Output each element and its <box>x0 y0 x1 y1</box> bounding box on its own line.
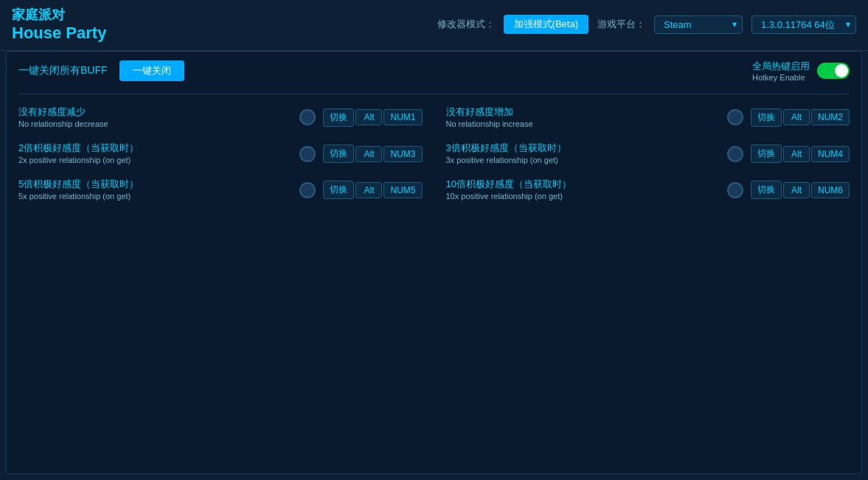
cheat-name-en-6: 10x positive relationship (on get) <box>446 191 720 201</box>
cheat-hotkey-1: 切换 Alt NUM1 <box>323 108 422 127</box>
key-switch-4[interactable]: 切换 <box>751 145 782 163</box>
version-select-wrapper: 1.3.0.11764 64位 <box>751 15 856 34</box>
cheat-info-6: 10倍积极好感度（当获取时） 10x positive relationship… <box>446 178 720 201</box>
cheat-info-4: 3倍积极好感度（当获取时） 3x positive relationship (… <box>446 142 720 165</box>
header-top: 家庭派对 House Party 修改器模式： 加强模式(Beta) 游戏平台：… <box>12 6 856 43</box>
hotkey-toggle[interactable] <box>817 63 850 79</box>
cheats-grid: 没有好感度减少 No relationship decrease 切换 Alt … <box>18 106 850 202</box>
cheat-toggle-2[interactable] <box>727 109 743 125</box>
platform-select[interactable]: Steam Epic <box>654 15 743 34</box>
key-num-3: NUM3 <box>383 146 422 162</box>
content-panel: 一键关闭所有BUFF 一键关闭 全局热键启用 Hotkey Enable 没有好… <box>6 51 862 474</box>
hotkey-label: 全局热键启用 <box>752 60 810 73</box>
platform-label: 游戏平台： <box>597 18 645 31</box>
cheat-toggle-6[interactable] <box>727 182 743 198</box>
header-controls: 修改器模式： 加强模式(Beta) 游戏平台： Steam Epic 1.3.0… <box>437 15 856 34</box>
close-all-button[interactable]: 一键关闭 <box>119 60 184 81</box>
cheat-hotkey-5: 切换 Alt NUM5 <box>323 181 422 199</box>
buff-label: 一键关闭所有BUFF <box>18 64 108 77</box>
cheat-item-2: 没有好感度增加 No relationship increase 切换 Alt … <box>446 106 850 129</box>
key-alt-5: Alt <box>355 182 382 198</box>
cheat-item-5: 5倍积极好感度（当获取时） 5x positive relationship (… <box>18 178 423 201</box>
cheat-hotkey-6: 切换 Alt NUM6 <box>751 181 850 199</box>
key-num-4: NUM4 <box>811 146 850 162</box>
cheat-item-1: 没有好感度减少 No relationship decrease 切换 Alt … <box>18 106 423 129</box>
title-block: 家庭派对 House Party <box>12 6 106 43</box>
cheat-hotkey-2: 切换 Alt NUM2 <box>751 108 850 127</box>
cheat-toggle-1[interactable] <box>299 109 316 125</box>
cheat-item-3: 2倍积极好感度（当获取时） 2x positive relationship (… <box>18 142 423 165</box>
hotkey-section: 全局热键启用 Hotkey Enable <box>752 60 850 82</box>
key-num-6: NUM6 <box>811 182 850 198</box>
key-alt-4: Alt <box>783 146 810 162</box>
mode-button[interactable]: 加强模式(Beta) <box>504 15 588 34</box>
cheat-hotkey-3: 切换 Alt NUM3 <box>323 145 422 163</box>
cheat-toggle-4[interactable] <box>727 146 743 162</box>
cheat-hotkey-4: 切换 Alt NUM4 <box>751 145 850 163</box>
cheat-name-cn-2: 没有好感度增加 <box>446 106 720 119</box>
cheat-name-cn-6: 10倍积极好感度（当获取时） <box>446 178 720 191</box>
header: 家庭派对 House Party 修改器模式： 加强模式(Beta) 游戏平台：… <box>0 0 868 51</box>
app-container: 家庭派对 House Party 修改器模式： 加强模式(Beta) 游戏平台：… <box>0 0 868 480</box>
platform-select-wrapper: Steam Epic <box>654 15 743 34</box>
cheat-name-en-2: No relationship increase <box>446 119 720 129</box>
game-title-cn: 家庭派对 <box>12 6 106 24</box>
cheat-name-cn-4: 3倍积极好感度（当获取时） <box>446 142 720 155</box>
cheat-info-2: 没有好感度增加 No relationship increase <box>446 106 720 129</box>
hotkey-label-block: 全局热键启用 Hotkey Enable <box>752 60 810 82</box>
key-alt-3: Alt <box>355 146 382 162</box>
cheat-item-6: 10倍积极好感度（当获取时） 10x positive relationship… <box>446 178 850 201</box>
key-switch-2[interactable]: 切换 <box>751 108 782 127</box>
key-alt-6: Alt <box>783 182 810 198</box>
cheat-name-en-4: 3x positive relationship (on get) <box>446 155 720 165</box>
cheat-name-cn-5: 5倍积极好感度（当获取时） <box>18 178 292 191</box>
key-alt-1: Alt <box>355 109 382 125</box>
hotkey-sublabel: Hotkey Enable <box>752 73 810 82</box>
cheat-name-en-1: No relationship decrease <box>18 119 292 129</box>
key-num-5: NUM5 <box>383 182 422 198</box>
key-switch-3[interactable]: 切换 <box>323 145 354 163</box>
cheat-name-en-3: 2x positive relationship (on get) <box>18 155 292 165</box>
cheat-toggle-5[interactable] <box>299 182 316 198</box>
cheat-info-5: 5倍积极好感度（当获取时） 5x positive relationship (… <box>18 178 292 201</box>
top-bar: 一键关闭所有BUFF 一键关闭 全局热键启用 Hotkey Enable <box>18 60 850 82</box>
cheat-name-en-5: 5x positive relationship (on get) <box>18 191 292 201</box>
cheat-item-4: 3倍积极好感度（当获取时） 3x positive relationship (… <box>446 142 850 165</box>
cheat-name-cn-1: 没有好感度减少 <box>18 106 292 119</box>
cheat-toggle-3[interactable] <box>299 146 316 162</box>
key-alt-2: Alt <box>783 109 810 125</box>
cheat-info-1: 没有好感度减少 No relationship decrease <box>18 106 292 129</box>
cheat-name-cn-3: 2倍积极好感度（当获取时） <box>18 142 292 155</box>
mode-label: 修改器模式： <box>437 18 495 31</box>
key-switch-6[interactable]: 切换 <box>751 181 782 199</box>
key-num-1: NUM1 <box>383 109 422 125</box>
cheat-info-3: 2倍积极好感度（当获取时） 2x positive relationship (… <box>18 142 292 165</box>
key-switch-5[interactable]: 切换 <box>323 181 354 199</box>
game-title-en: House Party <box>12 24 106 43</box>
divider <box>18 94 850 94</box>
version-select[interactable]: 1.3.0.11764 64位 <box>751 15 856 34</box>
top-bar-left: 一键关闭所有BUFF 一键关闭 <box>18 60 184 81</box>
key-switch-1[interactable]: 切换 <box>323 108 354 127</box>
key-num-2: NUM2 <box>811 109 850 125</box>
